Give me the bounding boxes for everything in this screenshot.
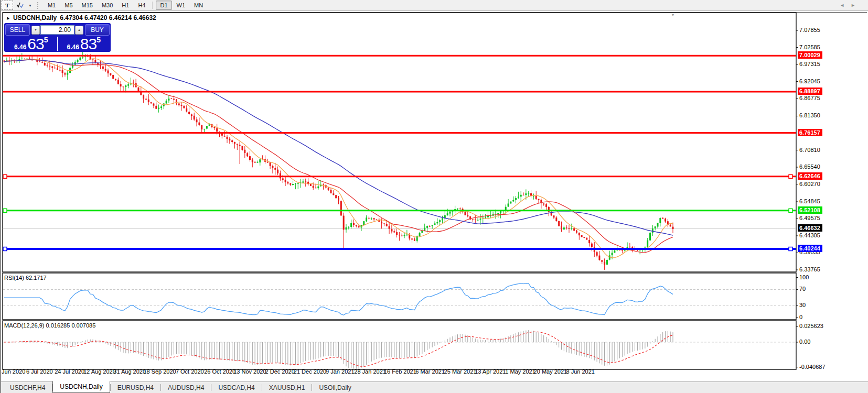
volume-stepper: ▼ 2.00 ▲ [31, 24, 84, 36]
window-left-edge [0, 0, 1, 393]
timeframe-button-w1[interactable]: W1 [173, 1, 190, 10]
macd-label: MACD(12,26,9) 0.016285 0.007085 [4, 322, 95, 329]
hline-handle[interactable] [789, 209, 792, 212]
candlestick-series [4, 52, 674, 270]
date-axis-label: 24 Jul 2020 [55, 368, 84, 375]
tab-usdcnh-daily[interactable]: USDCNH,Daily [52, 381, 110, 393]
price-axis-label: 6.33765 [799, 266, 820, 272]
hline-handle[interactable] [789, 247, 792, 251]
rsi-axis-label: 30 [799, 302, 806, 308]
hline-handle[interactable] [3, 174, 7, 178]
date-axis-label: 17 Jun 2020 [0, 368, 25, 375]
date-axis-label: 2 Dec 2020 [265, 368, 295, 375]
buy-price-display[interactable]: 6.46 83 5 [58, 36, 110, 51]
rsi-axis-label: 0 [799, 314, 802, 320]
timeframe-button-m15[interactable]: M15 [78, 1, 97, 10]
timeframe-button-h4[interactable]: H4 [134, 1, 149, 10]
volume-input[interactable]: 2.00 [40, 25, 74, 35]
timeframe-button-h1[interactable]: H1 [117, 1, 133, 10]
price-axis-label: 6.97315 [799, 61, 820, 67]
rsi-line [4, 283, 673, 315]
price-axis-label: 6.86775 [799, 95, 820, 101]
sell-price-prefix: 6.46 [14, 43, 26, 51]
macd-axis-label: -0.040687 [799, 364, 826, 370]
volume-increase-button[interactable]: ▲ [75, 26, 83, 35]
tab-scroll-arrows: ◄► [840, 3, 862, 8]
tab-scroll-right-button[interactable]: ► [851, 3, 862, 8]
buy-price-sup: 5 [97, 37, 101, 43]
macd-axis-label: 0.00 [799, 339, 810, 345]
hline-handle[interactable] [3, 209, 7, 212]
one-click-trading-panel: SELL ▼ 2.00 ▲ BUY 6.46 63 5 6.46 83 5 [4, 23, 111, 52]
styles-tool-button[interactable] [14, 1, 26, 10]
tab-eurusd-h4[interactable]: EURUSD,H4 [111, 383, 160, 392]
date-axis-label: 13 Apr 2021 [475, 368, 506, 375]
text-tool-button[interactable]: T [2, 1, 13, 10]
date-axis-label: 31 Aug 2020 [113, 368, 146, 375]
date-axis-label: 6 Mar 2021 [415, 368, 445, 375]
timeframe-button-mn[interactable]: MN [190, 1, 207, 10]
price-axis-label: 6.60270 [799, 181, 820, 187]
hline-handle[interactable] [3, 247, 7, 251]
toolbar-grip[interactable] [37, 2, 40, 9]
date-axis-label: 28 Jan 2021 [354, 368, 386, 375]
tab-usdchf-h4[interactable]: USDCHF,H4 [3, 383, 52, 392]
price-badge-6.52108: 6.52108 [798, 206, 822, 214]
rsi-axis-label: 70 [799, 286, 806, 292]
tab-xauusd-h1[interactable]: XAUUSD,H1 [262, 383, 312, 392]
macd-axis-label: 0.025623 [799, 323, 823, 329]
chart-title-row: ▲ USDCNH,Daily 6.47304 6.47420 6.46214 6… [5, 14, 156, 21]
chart-tab-bar: USDCHF,H4USDCNH,DailyEURUSD,H4AUDUSD,H4U… [0, 381, 868, 393]
ma-medium-line [4, 60, 673, 253]
date-axis-label: 26 Oct 2020 [204, 368, 235, 375]
tab-audusd-h4[interactable]: AUDUSD,H4 [161, 383, 211, 392]
timeframe-button-m30[interactable]: M30 [98, 1, 117, 10]
price-badge-7.00029: 7.00029 [798, 51, 822, 59]
price-axis-label: 6.70810 [799, 147, 820, 153]
triangle-down-icon: ▼ [34, 28, 37, 31]
sell-price-big: 63 [27, 37, 44, 51]
price-badge-6.88897: 6.88897 [798, 88, 822, 95]
price-axis-label: 6.54845 [799, 198, 820, 204]
date-axis-label: 20 May 2021 [534, 368, 567, 375]
date-axis-label: 18 Sep 2020 [143, 368, 176, 375]
date-axis-label: 21 Dec 2020 [294, 368, 326, 375]
toolbar: T ▼ M1M5M15M30H1H4D1W1MN [0, 0, 868, 11]
ma-slow-line [4, 60, 673, 235]
current-price-badge: 6.46632 [798, 224, 822, 232]
date-axis-label: 9 Jan 2021 [326, 368, 354, 375]
price-axis-label: 6.49575 [799, 215, 820, 221]
sell-button[interactable]: SELL [5, 24, 30, 36]
sell-price-display[interactable]: 6.46 63 5 [5, 36, 57, 51]
tab-usdcad-h4[interactable]: USDCAD,H4 [211, 383, 261, 392]
tab-scroll-left-button[interactable]: ◄ [840, 3, 851, 8]
sell-price-sup: 5 [44, 37, 48, 43]
chart-ohlc-values: 6.47304 6.47420 6.46214 6.46632 [60, 14, 156, 21]
price-axis-label: 6.81350 [799, 112, 820, 118]
date-axis-label: 16 Feb 2021 [384, 368, 416, 375]
date-axis-label: 8 Jun 2021 [566, 368, 594, 375]
tab-usoil-daily[interactable]: USOil,Daily [312, 383, 358, 392]
price-badge-6.76157: 6.76157 [798, 129, 822, 136]
buy-button[interactable]: BUY [85, 24, 110, 36]
hline-handle[interactable] [789, 174, 792, 178]
price-badge-6.62646: 6.62646 [798, 172, 822, 180]
panel-border [3, 273, 796, 320]
date-axis-label: 7 Oct 2020 [176, 368, 204, 375]
styles-icon [16, 2, 24, 9]
timeframe-button-d1[interactable]: D1 [156, 1, 172, 10]
price-axis-label: 7.07855 [799, 27, 820, 33]
macd-histogram [4, 330, 673, 369]
price-axis-label: 6.44305 [799, 232, 820, 238]
chart-symbol-label: USDCNH,Daily [13, 14, 57, 21]
price-badge-6.40244: 6.40244 [798, 245, 822, 252]
buy-price-big: 83 [80, 37, 97, 51]
chart-shift-marker-icon[interactable]: ▼ [671, 13, 675, 17]
toolbar-separator [152, 2, 153, 9]
timeframe-button-m5[interactable]: M5 [60, 1, 77, 10]
styles-dropdown-arrow[interactable]: ▼ [27, 4, 34, 7]
rsi-label: RSI(14) 62.1717 [4, 275, 47, 281]
volume-decrease-button[interactable]: ▼ [31, 26, 40, 35]
rsi-axis-label: 100 [799, 274, 809, 280]
timeframe-button-m1[interactable]: M1 [44, 1, 60, 10]
